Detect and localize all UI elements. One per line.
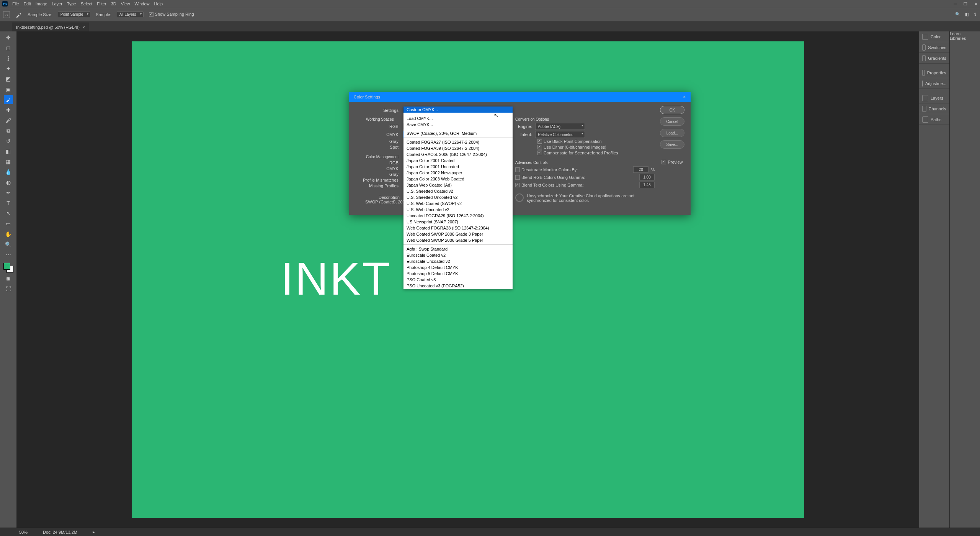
eyedropper-tool[interactable] [4, 95, 13, 104]
menu-help[interactable]: Help [154, 2, 163, 6]
cmyk-option[interactable]: Japan Web Coated (Ad) [403, 182, 513, 188]
lasso-tool[interactable]: ⟆ [4, 54, 13, 63]
minimize-icon[interactable]: ─ [954, 2, 957, 7]
cmyk-option[interactable]: Euroscale Uncoated v2 [403, 258, 513, 264]
panel-adjustments[interactable]: Adjustme... [919, 78, 949, 89]
cmyk-option[interactable]: U.S. Web Uncoated v2 [403, 207, 513, 213]
hand-tool[interactable]: ✋ [4, 229, 13, 239]
cmyk-option[interactable]: Coated FOGRA27 (ISO 12647-2:2004) [403, 139, 513, 145]
menu-layer[interactable]: Layer [52, 2, 62, 6]
cmyk-option[interactable]: Web Coated SWOP 2006 Grade 5 Paper [403, 237, 513, 243]
document-tab[interactable]: Inktbezetting.psd @ 50% (RGB/8) × [12, 23, 89, 31]
crop-tool[interactable]: ◩ [4, 74, 13, 84]
desat-input[interactable] [633, 166, 648, 173]
panel-layers[interactable]: Layers [919, 93, 949, 103]
pen-tool[interactable]: ✒ [4, 188, 13, 197]
menu-file[interactable]: File [12, 2, 19, 6]
dialog-titlebar[interactable]: Color Settings × [349, 92, 691, 102]
blur-tool[interactable]: 💧 [4, 167, 13, 177]
screenmode-tool[interactable]: ⛶ [4, 284, 13, 293]
color-swatch[interactable] [3, 263, 13, 273]
cmyk-option[interactable]: Photoshop 5 Default CMYK [403, 270, 513, 277]
menu-type[interactable]: Type [67, 2, 76, 6]
cmyk-option[interactable]: Japan Color 2002 Newspaper [403, 170, 513, 176]
type-tool[interactable]: T [4, 198, 13, 208]
panel-channels[interactable]: Channels [919, 103, 949, 114]
blend-text-input[interactable] [639, 182, 655, 188]
move-tool[interactable]: ✥ [4, 33, 13, 42]
gradient-tool[interactable]: ▦ [4, 157, 13, 166]
engine-select[interactable]: Adobe (ACE) [535, 123, 585, 130]
cmyk-option[interactable]: Japan Color 2001 Uncoated [403, 164, 513, 170]
desat-checkbox[interactable] [515, 167, 520, 172]
fg-color[interactable] [3, 263, 10, 270]
sample-select[interactable]: All Layers [117, 11, 144, 17]
close-icon[interactable]: ✕ [974, 2, 978, 7]
menu-image[interactable]: Image [36, 2, 47, 6]
status-chevron-icon[interactable]: ▸ [93, 529, 95, 534]
cmyk-option[interactable]: PSO Uncoated v3 (FOGRA52) [403, 283, 513, 289]
cmyk-option[interactable]: U.S. Sheetfed Coated v2 [403, 188, 513, 194]
cmyk-option[interactable]: US Newsprint (SNAP 2007) [403, 219, 513, 225]
cmyk-option[interactable]: Coated FOGRA39 (ISO 12647-2:2004) [403, 145, 513, 151]
stamp-tool[interactable]: ⧉ [4, 126, 13, 135]
intent-select[interactable]: Relative Colorimetric [535, 131, 585, 138]
panel-learn[interactable]: Learn [950, 31, 980, 36]
more-tools[interactable]: ⋯ [4, 250, 13, 259]
preview-checkbox[interactable] [662, 160, 666, 164]
cmyk-option[interactable]: Photoshop 4 Default CMYK [403, 264, 513, 270]
cmyk-option[interactable]: Web Coated SWOP 2006 Grade 3 Paper [403, 231, 513, 237]
share-icon[interactable]: ⇪ [973, 12, 977, 17]
cmyk-option[interactable]: Uncoated FOGRA29 (ISO 12647-2:2004) [403, 213, 513, 219]
zoom-tool[interactable]: 🔍 [4, 240, 13, 249]
panel-gradients[interactable]: Gradients [919, 53, 949, 64]
cmyk-option[interactable]: Japan Color 2001 Coated [403, 157, 513, 164]
cmyk-option[interactable]: U.S. Sheetfed Uncoated v2 [403, 194, 513, 200]
menu-window[interactable]: Window [134, 2, 149, 6]
dither-checkbox[interactable] [537, 145, 542, 149]
sample-size-select[interactable]: Point Sample [58, 11, 90, 17]
search-icon[interactable]: 🔍 [955, 12, 960, 17]
cmyk-option[interactable]: Japan Color 2003 Web Coated [403, 176, 513, 182]
blend-rgb-checkbox[interactable] [515, 175, 520, 180]
cmyk-option[interactable]: SWOP (Coated), 20%, GCR, Medium [403, 130, 513, 136]
shape-tool[interactable]: ▭ [4, 219, 13, 228]
cmyk-dropdown-menu[interactable]: Custom CMYK...Load CMYK...Save CMYK...SW… [403, 107, 513, 289]
save-button[interactable]: Save... [660, 140, 684, 149]
eyedropper-tool-icon[interactable] [15, 11, 22, 18]
dodge-tool[interactable]: ◐ [4, 178, 13, 187]
cmyk-option[interactable]: PSO Coated v3 [403, 277, 513, 283]
blend-text-checkbox[interactable] [515, 183, 520, 187]
menu-filter[interactable]: Filter [97, 2, 106, 6]
panel-libraries[interactable]: Libraries [950, 36, 980, 41]
load-button[interactable]: Load... [660, 129, 684, 137]
eraser-tool[interactable]: ◧ [4, 147, 13, 156]
wand-tool[interactable]: ✦ [4, 64, 13, 73]
marquee-tool[interactable]: ◻ [4, 43, 13, 52]
history-brush-tool[interactable]: ↺ [4, 136, 13, 146]
cmyk-option[interactable]: Save CMYK... [403, 121, 513, 128]
cmyk-option[interactable]: Euroscale Coated v2 [403, 252, 513, 258]
panel-swatches[interactable]: Swatches [919, 42, 949, 53]
menu-edit[interactable]: Edit [24, 2, 31, 6]
menu-select[interactable]: Select [81, 2, 93, 6]
frame-tool[interactable]: ▣ [4, 85, 13, 94]
workspace-icon[interactable]: ◧ [965, 12, 969, 17]
heal-tool[interactable]: ✚ [4, 105, 13, 115]
cmyk-option[interactable]: Web Coated FOGRA28 (ISO 12647-2:2004) [403, 225, 513, 231]
cancel-button[interactable]: Cancel [660, 117, 684, 126]
show-ring-checkbox[interactable] [149, 12, 154, 17]
ok-button[interactable]: OK [660, 106, 684, 114]
cmyk-option[interactable]: Coated GRACoL 2006 (ISO 12647-2:2004) [403, 151, 513, 157]
cmyk-option[interactable]: Agfa : Swop Standard [403, 246, 513, 252]
blackpoint-checkbox[interactable] [537, 139, 542, 144]
tab-close-icon[interactable]: × [83, 25, 85, 30]
zoom-level[interactable]: 50% [19, 530, 28, 534]
path-tool[interactable]: ↖ [4, 209, 13, 218]
menu-3d[interactable]: 3D [111, 2, 116, 6]
brush-tool[interactable]: 🖌 [4, 116, 13, 125]
home-icon[interactable]: ⌂ [3, 11, 10, 18]
menu-view[interactable]: View [121, 2, 130, 6]
panel-properties[interactable]: Properties [919, 67, 949, 78]
scene-checkbox[interactable] [537, 151, 542, 155]
